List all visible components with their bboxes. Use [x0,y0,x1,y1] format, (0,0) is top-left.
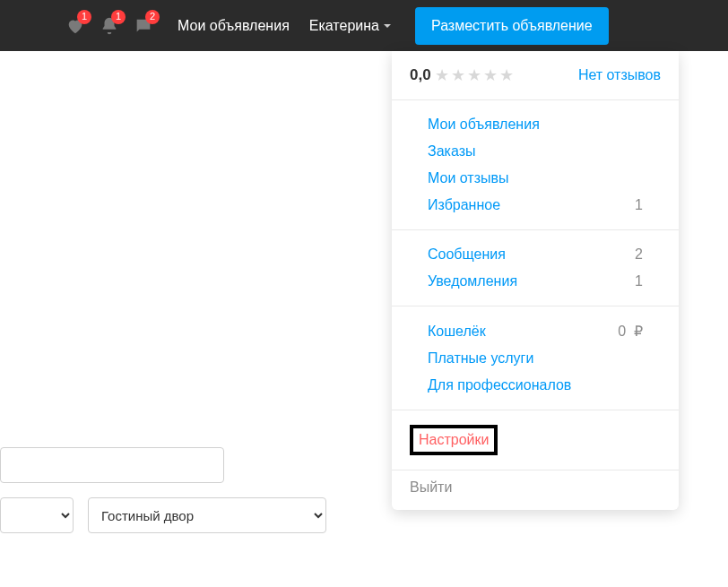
select-small[interactable] [0,497,74,533]
star-icon: ★ [451,65,465,85]
select-location[interactable]: Гостиный двор [88,497,326,533]
chat-icon[interactable]: 2 [133,15,154,37]
selects-row: Гостиный двор [0,497,326,533]
menu-settings[interactable]: Настройки [419,432,489,447]
my-ads-link[interactable]: Мои объявления [178,18,290,34]
content-area: ✓ Подтверж Получить статус компани Гости… [0,51,728,587]
header-icons: 1 1 2 [65,15,154,37]
rating-section: 0,0 ★ ★ ★ ★ ★ Нет отзывов [392,51,679,100]
header-bar: 1 1 2 Мои объявления Екатерина Разместит… [0,0,728,51]
chevron-down-icon [383,22,392,30]
star-icon: ★ [435,65,449,85]
menu-section-comm: Сообщения 2 Уведомления 1 [392,230,679,306]
check-icon: ✓ [321,212,336,234]
text-input[interactable] [0,447,224,483]
form-area: Гостиный двор [0,447,326,533]
menu-section-settings: Настройки [392,410,679,470]
menu-section-money: Кошелёк 0 ₽ Платные услуги Для профессио… [392,306,679,410]
menu-logout[interactable]: Выйти [392,470,679,510]
user-dropdown-menu: 0,0 ★ ★ ★ ★ ★ Нет отзывов Мои объявления… [392,51,679,510]
star-icon: ★ [483,65,498,85]
favorites-badge: 1 [77,10,91,24]
menu-my-ads[interactable]: Мои объявления [410,111,661,138]
menu-notifications[interactable]: Уведомления 1 [410,268,661,295]
menu-wallet[interactable]: Кошелёк 0 ₽ [410,317,661,345]
menu-for-pros[interactable]: Для профессионалов [410,372,661,399]
menu-orders[interactable]: Заказы [410,138,661,165]
settings-highlight-box: Настройки [410,425,498,455]
messages-badge: 2 [145,10,160,24]
menu-paid-services[interactable]: Платные услуги [410,345,661,372]
menu-section-main: Мои объявления Заказы Мои отзывы Избранн… [392,100,679,230]
rating-stars: ★ ★ ★ ★ ★ [435,65,514,85]
favorites-icon[interactable]: 1 [65,15,86,37]
bell-icon[interactable]: 1 [99,15,120,37]
star-icon: ★ [499,65,514,85]
star-icon: ★ [467,65,481,85]
notifications-badge: 1 [111,10,126,24]
no-reviews-link[interactable]: Нет отзывов [578,67,661,83]
post-ad-button[interactable]: Разместить объявление [415,7,609,45]
menu-messages[interactable]: Сообщения 2 [410,241,661,268]
menu-my-reviews[interactable]: Мои отзывы [410,165,661,192]
menu-favorites[interactable]: Избранное 1 [410,192,661,219]
rating-value: 0,0 [410,66,431,84]
user-name: Екатерина [309,18,379,34]
user-dropdown-trigger[interactable]: Екатерина [309,18,392,34]
